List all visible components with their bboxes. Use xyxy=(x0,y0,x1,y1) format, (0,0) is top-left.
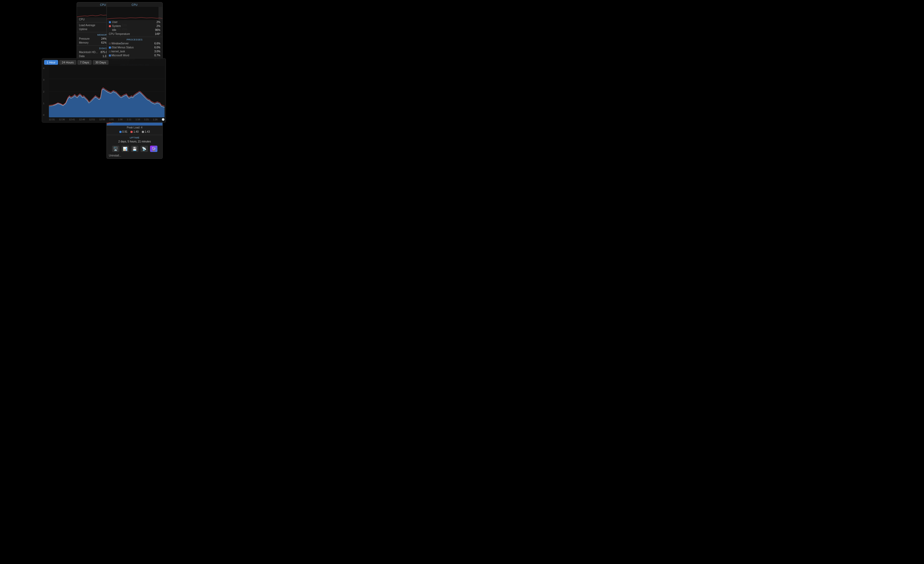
uninstall-link[interactable]: Uninstall... xyxy=(107,153,162,159)
time-tabs: 1 Hour 24 Hours 7 Days 30 Days xyxy=(42,59,166,66)
svg-rect-5 xyxy=(159,7,162,20)
load-average-chart: 1 Hour 24 Hours 7 Days 30 Days 4 3 2 1 0 xyxy=(42,58,166,123)
process-row: ⊡ kernel_task 3.0% xyxy=(107,50,162,53)
icon-network[interactable]: 📡 xyxy=(141,146,148,152)
processes-title: PROCESSES xyxy=(107,38,162,42)
cpu-large-graph xyxy=(107,7,162,20)
tab-24hours[interactable]: 24 Hours xyxy=(59,60,76,65)
cpu-large-title: CPU xyxy=(107,2,162,7)
tab-7days[interactable]: 7 Days xyxy=(77,60,92,65)
uptime-title: UPTIME xyxy=(107,136,162,140)
peak-load: Peak Load: 4 xyxy=(107,126,162,129)
tab-30days[interactable]: 30 Days xyxy=(93,60,109,65)
chart-container: 4 3 2 1 0 12: xyxy=(43,66,165,122)
icon-cpu[interactable]: 🖥️ xyxy=(112,146,119,152)
la-legend: 0.91 1.40 1.43 xyxy=(107,129,162,134)
uptime-value: 2 days, 5 hours, 21 minutes xyxy=(107,140,162,144)
icon-row: 🖥️ 📊 💾 📡 🔮 xyxy=(107,144,162,153)
icon-istat[interactable]: 🔮 xyxy=(150,146,158,152)
icon-memory[interactable]: 📊 xyxy=(122,146,129,152)
icon-disk[interactable]: 💾 xyxy=(131,146,138,152)
y-axis: 4 3 2 1 0 xyxy=(43,66,48,117)
process-row: ⊡ WindowServer 6.6% xyxy=(107,42,162,45)
x-axis: 12:31 12:36 12:41 12:46 12:51 12:56 1:01… xyxy=(43,117,165,122)
process-row: Microsoft Word 0.7% xyxy=(107,53,162,57)
chart-area xyxy=(49,66,165,117)
tab-1hour[interactable]: 1 Hour xyxy=(44,60,58,65)
process-row: iStat Menus Status 6.0% xyxy=(107,45,162,50)
